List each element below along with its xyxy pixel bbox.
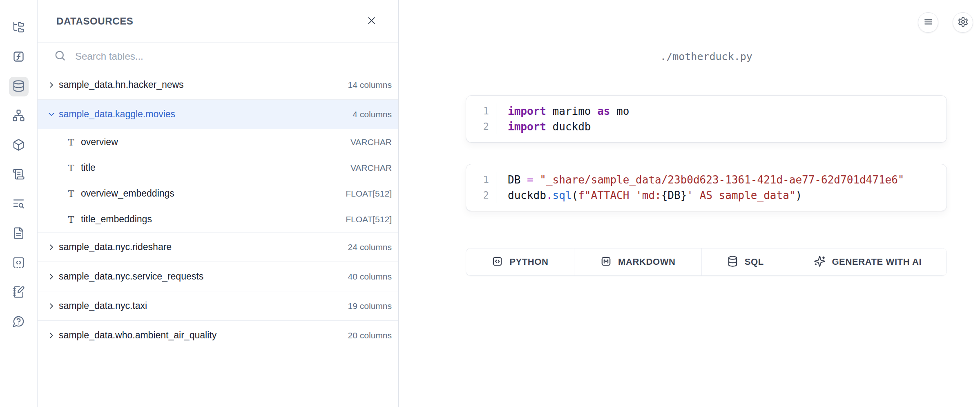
database-icon: [727, 255, 739, 269]
sidebar-item-file-explorer[interactable]: [9, 18, 29, 38]
table-search: [38, 43, 398, 70]
button-label: MARKDOWN: [618, 257, 675, 267]
button-label: GENERATE WITH AI: [832, 257, 922, 267]
file-text-icon: [12, 227, 25, 241]
button-label: PYTHON: [509, 257, 548, 267]
add-python-cell-button[interactable]: PYTHON: [466, 248, 574, 275]
code-cell-attach-db: 12 DB = "_share/sample_data/23b0d623-136…: [466, 164, 947, 211]
column-name: title: [81, 162, 96, 173]
sidebar-item-dependencies[interactable]: [9, 106, 29, 126]
list-search-icon: [12, 197, 25, 212]
text-type-icon: T: [66, 214, 76, 225]
chevron-right-icon: [47, 80, 56, 90]
text-type-icon: T: [66, 188, 76, 199]
menu-icon: [923, 16, 934, 29]
network-icon: [12, 109, 25, 123]
sidebar-item-documentation[interactable]: [9, 224, 29, 244]
text-type-icon: T: [66, 163, 76, 173]
line-numbers: 12: [466, 103, 496, 134]
table-name: sample_data.kaggle.movies: [59, 109, 175, 120]
code-cell-imports: 12 import marimo as moimport duckdb: [466, 95, 947, 143]
add-sql-cell-button[interactable]: SQL: [701, 248, 789, 275]
add-cell-bar: PYTHON MARKDOWN SQL GENERATE WITH AI: [466, 248, 947, 276]
file-tree-icon: [12, 21, 25, 35]
button-label: SQL: [745, 257, 764, 267]
chevron-right-icon: [47, 331, 56, 340]
chevron-down-icon: [47, 110, 56, 119]
scroll-text-icon: [12, 168, 25, 182]
table-row-hacker-news[interactable]: sample_data.hn.hacker_news 14 columns: [38, 70, 398, 100]
sidebar-item-packages[interactable]: [9, 136, 29, 155]
movies-columns-group: T overview VARCHAR T title VARCHAR T ove…: [38, 129, 398, 233]
table-row-service-requests[interactable]: sample_data.nyc.service_requests 40 colu…: [38, 262, 398, 291]
column-type: FLOAT[512]: [346, 215, 392, 224]
table-column-count: 4 columns: [353, 110, 392, 119]
table-column-count: 19 columns: [348, 301, 392, 311]
left-icon-rail: [0, 0, 38, 407]
column-name: title_embeddings: [81, 214, 152, 225]
notebook-content: ./motherduck.py 12 import marimo as moim…: [466, 0, 947, 276]
search-icon: [54, 49, 66, 63]
sidebar-item-datasources[interactable]: [9, 77, 29, 96]
table-column-count: 20 columns: [348, 331, 392, 340]
line-numbers: 12: [466, 172, 496, 203]
notebook-pen-icon: [12, 286, 25, 300]
search-input[interactable]: [75, 51, 382, 62]
table-name: sample_data.who.ambient_air_quality: [59, 330, 217, 341]
sparkles-icon: [814, 255, 826, 269]
generate-with-ai-button[interactable]: GENERATE WITH AI: [789, 248, 947, 275]
table-row-movies[interactable]: sample_data.kaggle.movies 4 columns: [38, 100, 398, 129]
close-panel-button[interactable]: [363, 13, 379, 29]
table-column-count: 14 columns: [348, 80, 392, 90]
sidebar-item-snippets[interactable]: [9, 253, 29, 273]
sidebar-item-variables[interactable]: [9, 47, 29, 67]
database-icon: [12, 80, 25, 94]
column-type: VARCHAR: [350, 163, 392, 173]
sidebar-item-chat[interactable]: [9, 312, 29, 332]
table-name: sample_data.nyc.rideshare: [59, 242, 172, 253]
datasources-panel: DATASOURCES sample_data.hn.hacker_news 1…: [38, 0, 399, 407]
sidebar-item-outline[interactable]: [9, 165, 29, 185]
close-icon: [366, 15, 377, 28]
code-square-icon: [12, 256, 25, 271]
column-name: overview_embeddings: [81, 188, 174, 199]
notebook-menu-button[interactable]: [918, 12, 938, 33]
panel-title: DATASOURCES: [56, 16, 133, 27]
column-row-title-embeddings[interactable]: T title_embeddings FLOAT[512]: [38, 206, 398, 232]
settings-button[interactable]: [953, 12, 973, 33]
table-column-count: 24 columns: [348, 242, 392, 252]
table-name: sample_data.nyc.taxi: [59, 300, 147, 311]
table-column-count: 40 columns: [348, 272, 392, 282]
notebook-filename: ./motherduck.py: [466, 47, 947, 66]
add-markdown-cell-button[interactable]: MARKDOWN: [574, 248, 701, 275]
table-name: sample_data.nyc.service_requests: [59, 271, 203, 282]
column-type: VARCHAR: [350, 137, 392, 147]
notebook-main: ./motherduck.py 12 import marimo as moim…: [399, 0, 980, 407]
chat-question-icon: [12, 315, 25, 329]
markdown-icon: [600, 255, 612, 269]
package-icon: [12, 139, 25, 153]
column-row-overview[interactable]: T overview VARCHAR: [38, 129, 398, 155]
table-row-taxi[interactable]: sample_data.nyc.taxi 19 columns: [38, 291, 398, 321]
column-type: FLOAT[512]: [346, 189, 392, 199]
code-editor[interactable]: DB = "_share/sample_data/23b0d623-1361-4…: [496, 172, 947, 203]
chevron-right-icon: [47, 301, 56, 311]
chevron-right-icon: [47, 272, 56, 282]
column-row-title[interactable]: T title VARCHAR: [38, 155, 398, 181]
text-type-icon: T: [66, 137, 76, 148]
function-square-icon: [12, 50, 25, 65]
sidebar-item-logs[interactable]: [9, 195, 29, 214]
table-row-rideshare[interactable]: sample_data.nyc.rideshare 24 columns: [38, 233, 398, 262]
code-square-icon: [491, 255, 503, 269]
code-editor[interactable]: import marimo as moimport duckdb: [496, 103, 947, 134]
sidebar-item-scratchpad[interactable]: [9, 283, 29, 302]
top-actions: [918, 12, 973, 33]
table-row-ambient-air-quality[interactable]: sample_data.who.ambient_air_quality 20 c…: [38, 321, 398, 350]
datasources-header: DATASOURCES: [38, 0, 398, 43]
table-name: sample_data.hn.hacker_news: [59, 79, 184, 90]
column-row-overview-embeddings[interactable]: T overview_embeddings FLOAT[512]: [38, 181, 398, 206]
chevron-right-icon: [47, 242, 56, 252]
column-name: overview: [81, 136, 118, 148]
tables-list: sample_data.hn.hacker_news 14 columns sa…: [38, 70, 398, 407]
gear-icon: [958, 16, 969, 29]
